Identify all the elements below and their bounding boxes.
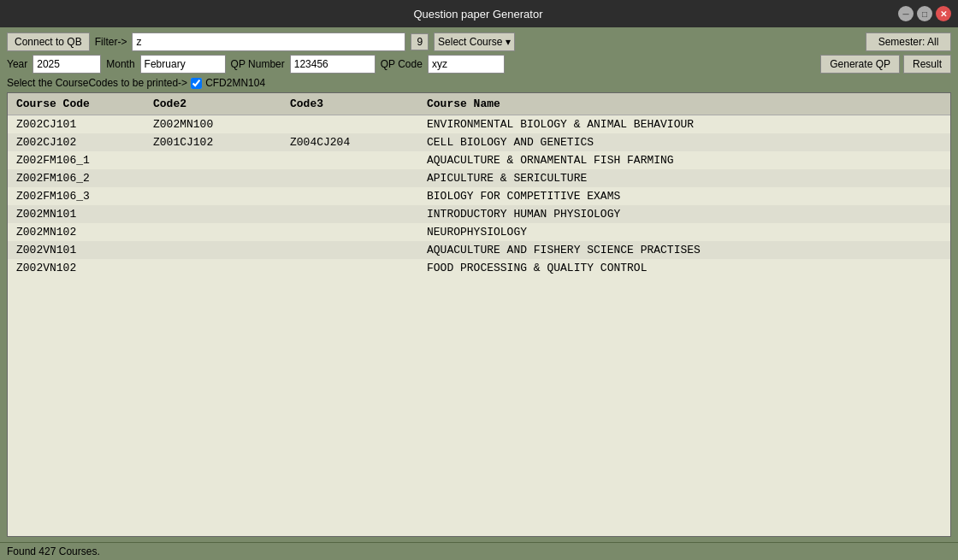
minimize-button[interactable]: ─ [898, 6, 914, 21]
qp-code-input[interactable] [428, 55, 505, 74]
cell-code3 [288, 171, 425, 186]
cell-code1: Z002FM106_1 [15, 153, 151, 168]
cell-name: AQUACULTURE AND FISHERY SCIENCE PRACTISE… [425, 243, 943, 257]
year-label: Year [7, 58, 27, 70]
toolbar-row3: Select the CourseCodes to be printed-> C… [7, 77, 951, 89]
col-header-code3: Code3 [288, 97, 425, 111]
cell-name: BIOLOGY FOR COMPETITIVE EXAMS [425, 189, 943, 203]
select-course-dropdown[interactable]: Select Course ▾ [434, 32, 515, 51]
cell-name: ENVIRONMENTAL BIOLOGY & ANIMAL BEHAVIOUR [425, 117, 943, 132]
cell-name: NEUROPHYSIOLOGY [425, 225, 943, 239]
cell-code1: Z002MN101 [15, 207, 151, 221]
main-content: Connect to QB Filter-> 9 Select Course ▾… [0, 27, 958, 542]
table-row[interactable]: Z002VN102 FOOD PROCESSING & QUALITY CONT… [8, 259, 950, 277]
table-row[interactable]: Z002MN102 NEUROPHYSIOLOGY [8, 223, 950, 241]
course-code-checkbox[interactable] [191, 78, 202, 89]
cell-code3: Z004CJ204 [288, 135, 425, 150]
filter-input[interactable] [132, 32, 405, 51]
cell-code3 [288, 117, 425, 132]
table-row[interactable]: Z002MN101 INTRODUCTORY HUMAN PHYSIOLOGY [8, 205, 950, 223]
cell-code2 [151, 207, 288, 221]
year-input[interactable] [33, 55, 101, 74]
cell-name: INTRODUCTORY HUMAN PHYSIOLOGY [425, 207, 943, 221]
close-button[interactable]: ✕ [936, 6, 951, 21]
table-body: Z002CJ101 Z002MN100 ENVIRONMENTAL BIOLOG… [8, 115, 950, 277]
table-row[interactable]: Z002CJ102 Z001CJ102 Z004CJ204 CELL BIOLO… [8, 133, 950, 151]
table-row[interactable]: Z002FM106_3 BIOLOGY FOR COMPETITIVE EXAM… [8, 187, 950, 205]
cell-code1: Z002VN101 [15, 243, 151, 257]
qp-code-label: QP Code [381, 58, 423, 70]
maximize-button[interactable]: □ [917, 6, 932, 21]
course-table: Course Code Code2 Code3 Course Name Z002… [7, 92, 951, 537]
cell-code3 [288, 153, 425, 168]
qp-number-label: QP Number [231, 58, 285, 70]
month-label: Month [106, 58, 134, 70]
semester-dropdown[interactable]: Semester: All [866, 32, 951, 51]
table-header: Course Code Code2 Code3 Course Name [8, 93, 950, 115]
cell-code2 [151, 261, 288, 275]
cell-code1: Z002VN102 [15, 261, 151, 275]
cell-code1: Z002CJ101 [15, 117, 151, 132]
table-row[interactable]: Z002FM106_1 AQUACULTURE & ORNAMENTAL FIS… [8, 151, 950, 169]
qp-number-input[interactable] [290, 55, 376, 74]
cell-code2: Z001CJ102 [151, 135, 288, 150]
col-header-code2: Code2 [151, 97, 288, 111]
window-title: Question paper Generator [58, 8, 898, 21]
cell-code2 [151, 171, 288, 186]
cell-code2 [151, 225, 288, 239]
cell-code2 [151, 243, 288, 257]
status-bar: Found 427 Courses. [0, 542, 958, 560]
table-row[interactable]: Z002VN101 AQUACULTURE AND FISHERY SCIENC… [8, 241, 950, 259]
filter-count: 9 [411, 33, 429, 50]
table-row[interactable]: Z002CJ101 Z002MN100 ENVIRONMENTAL BIOLOG… [8, 115, 950, 133]
connect-to-qb-button[interactable]: Connect to QB [7, 32, 90, 51]
month-input[interactable] [140, 55, 226, 74]
cell-code3 [288, 207, 425, 221]
cell-name: AQUACULTURE & ORNAMENTAL FISH FARMING [425, 153, 943, 168]
cell-code3 [288, 243, 425, 257]
cell-code2 [151, 153, 288, 168]
cell-code1: Z002CJ102 [15, 135, 151, 150]
window-controls: ─ □ ✕ [898, 6, 951, 21]
table-row[interactable]: Z002FM106_2 APICULTURE & SERICULTURE [8, 169, 950, 187]
course-code-value: CFD2MN104 [205, 77, 265, 89]
cell-code2: Z002MN100 [151, 117, 288, 132]
cell-code1: Z002FM106_2 [15, 171, 151, 186]
select-course-codes-label: Select the CourseCodes to be printed-> [7, 77, 187, 89]
cell-code1: Z002FM106_3 [15, 189, 151, 203]
action-buttons: Generate QP Result [820, 55, 951, 74]
filter-label: Filter-> [95, 36, 127, 48]
title-bar: Question paper Generator ─ □ ✕ [0, 0, 958, 27]
cell-name: APICULTURE & SERICULTURE [425, 171, 943, 186]
cell-code1: Z002MN102 [15, 225, 151, 239]
status-message: Found 427 Courses. [7, 545, 100, 557]
cell-code2 [151, 189, 288, 203]
toolbar-row1: Connect to QB Filter-> 9 Select Course ▾… [7, 32, 951, 51]
generate-qp-button[interactable]: Generate QP [820, 55, 900, 74]
cell-code3 [288, 225, 425, 239]
cell-code3 [288, 189, 425, 203]
toolbar-row2: Year Month QP Number QP Code Generate QP… [7, 55, 951, 74]
cell-name: CELL BIOLOGY AND GENETICS [425, 135, 943, 150]
col-header-code1: Course Code [15, 97, 151, 111]
cell-code3 [288, 261, 425, 275]
result-button[interactable]: Result [903, 55, 951, 74]
cell-name: FOOD PROCESSING & QUALITY CONTROL [425, 261, 943, 275]
col-header-name: Course Name [425, 97, 943, 111]
